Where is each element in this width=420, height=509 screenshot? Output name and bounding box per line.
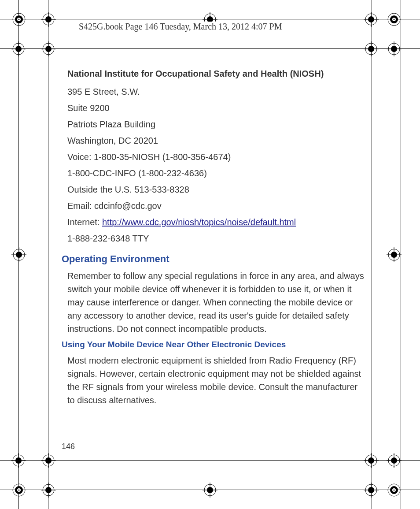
registration-mark-icon: [387, 12, 402, 27]
address-line: Washington, DC 20201: [67, 134, 365, 148]
registration-mark-icon: [364, 12, 379, 27]
registration-mark-icon: [387, 483, 402, 498]
internet-line: Internet: http://www.cdc.gov/niosh/topic…: [67, 215, 365, 229]
crop-line: [0, 48, 420, 49]
registration-mark-icon: [41, 41, 56, 56]
registration-mark-icon: [364, 483, 379, 498]
registration-mark-icon: [11, 12, 26, 27]
phone-tty: 1-888-232-6348 TTY: [67, 232, 365, 245]
crop-line: [372, 0, 372, 509]
page-header-text: S425G.book Page 146 Tuesday, March 13, 2…: [76, 22, 285, 33]
registration-mark-icon: [387, 41, 402, 56]
page-number: 146: [62, 442, 75, 451]
body-paragraph: Remember to follow any special regulatio…: [67, 269, 365, 335]
svg-point-11: [18, 490, 20, 491]
registration-mark-icon: [11, 483, 26, 498]
subsection-heading-electronic-devices: Using Your Mobile Device Near Other Elec…: [62, 340, 365, 349]
section-heading-operating-environment: Operating Environment: [62, 253, 365, 265]
internet-link[interactable]: http://www.cdc.gov/niosh/topics/noise/de…: [102, 217, 296, 227]
registration-mark-icon: [387, 247, 402, 262]
svg-point-15: [394, 490, 395, 491]
registration-mark-icon: [364, 41, 379, 56]
registration-mark-icon: [11, 41, 26, 56]
internet-label: Internet:: [67, 217, 102, 227]
registration-mark-icon: [11, 247, 26, 262]
registration-mark-icon: [11, 453, 26, 468]
address-line: Patriots Plaza Building: [67, 118, 365, 131]
body-paragraph: Most modern electronic equipment is shie…: [67, 354, 365, 407]
crop-line: [48, 0, 48, 509]
page-content: National Institute for Occupational Safe…: [62, 69, 365, 409]
phone-cdcinfo: 1-800-CDC-INFO (1-800-232-4636): [67, 167, 365, 180]
address-line: 395 E Street, S.W.: [67, 85, 365, 99]
registration-mark-icon: [203, 483, 217, 498]
svg-point-3: [18, 19, 20, 20]
registration-mark-icon: [41, 453, 56, 468]
phone-outside-us: Outside the U.S. 513-533-8328: [67, 183, 365, 197]
phone-voice: Voice: 1-800-35-NIOSH (1-800-356-4674): [67, 150, 365, 164]
address-line: Suite 9200: [67, 101, 365, 115]
registration-mark-icon: [41, 483, 56, 498]
svg-point-7: [394, 19, 395, 20]
email-line: Email: cdcinfo@cdc.gov: [67, 199, 365, 213]
crop-line: [0, 460, 420, 461]
registration-mark-icon: [364, 453, 379, 468]
registration-mark-icon: [41, 12, 56, 27]
org-title: National Institute for Occupational Safe…: [67, 69, 365, 79]
registration-mark-icon: [387, 453, 402, 468]
